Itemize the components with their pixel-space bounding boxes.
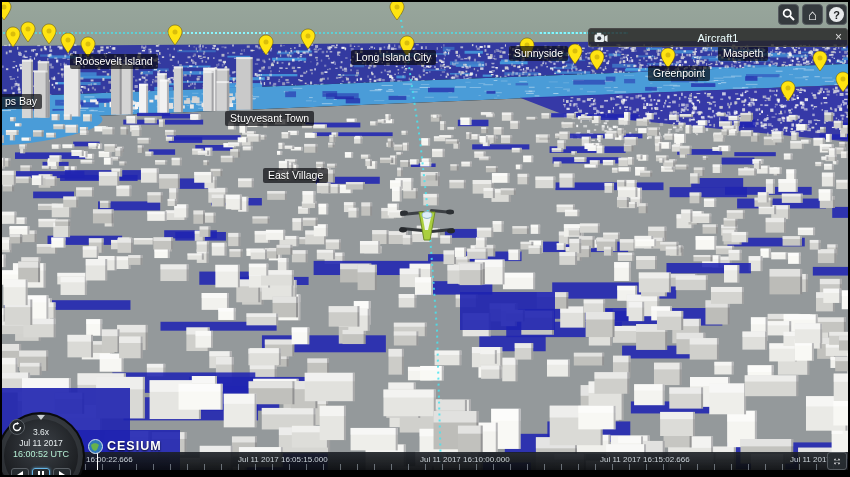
main-toolbar: ⌂ ? [778,4,847,25]
question-mark-icon: ? [829,7,844,22]
map-label[interactable]: East Village [263,168,328,183]
map-pin-icon[interactable] [812,50,828,72]
timeline[interactable]: 16:00:22.666Jul 11 2017 16:05:15.000Jul … [0,452,850,470]
map-pin-icon[interactable] [20,21,36,43]
timeline-needle[interactable] [97,452,98,470]
search-button[interactable] [778,4,799,25]
flight-path-segment [168,32,268,34]
map-label[interactable]: Stuyvesant Town [225,111,314,126]
magnifier-icon [782,8,795,21]
selected-entity-title: Aircraft1 [589,32,847,44]
map-pin-icon[interactable] [589,49,605,71]
map-pin-icon[interactable] [567,43,583,65]
cesium-viewer: Roosevelt Islandps BayStuyvesant TownEas… [0,0,850,477]
map-pin-icon[interactable] [389,0,405,21]
map-label[interactable]: Long Island City [351,50,436,65]
fullscreen-arrows-icon [834,455,840,468]
map-label[interactable]: Maspeth [718,46,768,61]
cesium-globe-icon [88,439,103,454]
shuttle-ring-pointer-icon [37,415,45,420]
realtime-button[interactable] [9,419,25,435]
timeline-tick-label: Jul 11 2017 16:15:02.666 [600,455,690,464]
house-icon: ⌂ [808,7,817,22]
map-label[interactable]: Roosevelt Island [70,54,158,69]
map-pin-icon[interactable] [780,80,796,102]
close-icon[interactable]: × [835,29,842,46]
cesium-credit[interactable]: CESIUM [88,438,162,454]
camera-icon[interactable] [594,32,608,43]
map-pin-icon[interactable] [41,23,57,45]
map-pin-icon[interactable] [835,71,850,93]
play-icon [59,471,65,477]
timeline-tick-label: Jul 11 2017 [790,455,831,464]
map-pin-icon[interactable] [300,28,316,50]
playback-controls [11,468,71,477]
help-button[interactable]: ? [826,4,847,25]
map-label[interactable]: Greenpoint [648,66,710,81]
aircraft-entity[interactable] [398,200,456,246]
map-pin-icon[interactable] [5,26,21,48]
pause-button[interactable] [32,468,50,477]
pause-icon [38,471,44,477]
timeline-tick-label: 16:00:22.666 [86,455,133,464]
play-reverse-button[interactable] [11,468,29,477]
reverse-icon [17,471,23,477]
timeline-tick-label: Jul 11 2017 16:05:15.000 [238,455,328,464]
map-label[interactable]: Sunnyside [509,46,568,61]
map-pin-icon[interactable] [0,0,12,21]
map-pin-icon[interactable] [167,24,183,46]
map-label[interactable]: ps Bay [0,94,42,109]
map-pin-icon[interactable] [60,32,76,54]
clock-time: 16:00:52 UTC [0,449,83,459]
play-forward-button[interactable] [53,468,71,477]
cesium-credit-label: CESIUM [107,439,162,453]
fullscreen-button[interactable] [827,452,847,470]
timeline-tick-label: Jul 11 2017 16:10:00.000 [420,455,510,464]
home-button[interactable]: ⌂ [802,4,823,25]
selection-info-panel: Aircraft1 × [588,28,848,47]
clock-refresh-icon [12,422,22,432]
bottom-border [0,470,850,477]
clock-date: Jul 11 2017 [0,438,83,448]
map-pin-icon[interactable] [258,34,274,56]
